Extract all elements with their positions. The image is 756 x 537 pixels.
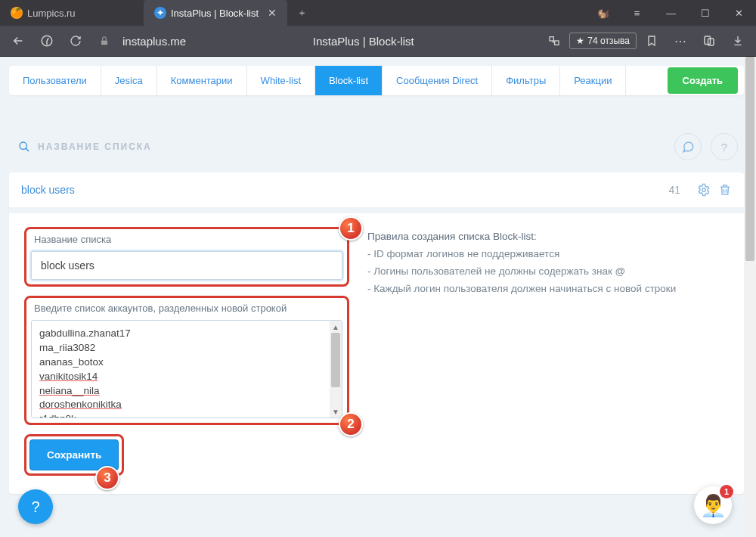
- page-content: Пользователи Jesica Комментарии White-li…: [0, 57, 756, 537]
- section-tabs: Пользователи Jesica Комментарии White-li…: [9, 66, 744, 95]
- tab-bar: 🍊 Lumpics.ru ✦ InstaPlus | Block-list ✕ …: [0, 0, 756, 26]
- tab-blocklist[interactable]: Block-list: [315, 66, 383, 95]
- download-icon[interactable]: [724, 27, 751, 54]
- gear-icon[interactable]: [697, 183, 711, 197]
- yandex-icon[interactable]: [33, 27, 60, 54]
- url-text[interactable]: instaplus.me: [122, 35, 186, 48]
- reviews-badge[interactable]: ★ 74 отзыва: [569, 33, 637, 49]
- menu-icon[interactable]: ≡: [620, 0, 654, 26]
- address-bar: instaplus.me InstaPlus | Block-list ★ 74…: [0, 26, 756, 56]
- browser-chrome: 🍊 Lumpics.ru ✦ InstaPlus | Block-list ✕ …: [0, 0, 756, 57]
- chat-fab[interactable]: 👨‍💼 1: [694, 486, 732, 524]
- block-list-card: block users 41 Название списка 1 Введите…: [9, 172, 744, 494]
- browser-tab-lumpics[interactable]: 🍊 Lumpics.ru: [0, 0, 144, 26]
- search-icon: [18, 141, 30, 153]
- help-button[interactable]: ?: [711, 133, 738, 160]
- more-icon[interactable]: ⋯: [667, 27, 694, 54]
- tab-reactions[interactable]: Реакции: [560, 66, 626, 95]
- marker-2: 2: [339, 412, 363, 436]
- list-name[interactable]: block users: [21, 184, 75, 196]
- browser-tab-instaplus[interactable]: ✦ InstaPlus | Block-list ✕: [144, 0, 287, 26]
- lock-icon[interactable]: [91, 27, 118, 54]
- search-row: НАЗВАНИЕ СПИСКА ?: [9, 133, 744, 160]
- marker-1: 1: [339, 216, 363, 241]
- rule-item: - Логины пользователей не должны содержа…: [367, 263, 729, 281]
- marker-3: 3: [95, 466, 119, 490]
- list-count: 41: [668, 184, 680, 196]
- new-tab-button[interactable]: ＋: [292, 3, 311, 23]
- favicon-icon: ✦: [154, 7, 166, 19]
- window-controls: 🐿️ ≡ — ☐ ✕: [586, 0, 756, 26]
- minimize-button[interactable]: —: [654, 0, 688, 26]
- rule-item: - Каждый логин пользователя должен начин…: [367, 281, 729, 298]
- name-block-highlight: Название списка: [24, 227, 349, 287]
- rules-panel: Правила создания списка Block-list: - ID…: [367, 227, 729, 476]
- list-name-input[interactable]: [31, 251, 342, 280]
- accounts-textarea[interactable]: gabdullina.zhanat17 ma_riia3082 ananas_b…: [32, 321, 330, 417]
- svg-rect-1: [101, 40, 107, 45]
- svg-point-6: [20, 142, 26, 149]
- rule-item: - ID формат логинов не поддерживается: [367, 246, 729, 263]
- maximize-button[interactable]: ☐: [688, 0, 722, 26]
- svg-rect-2: [550, 37, 553, 41]
- back-button[interactable]: [5, 27, 32, 54]
- accounts-label: Введите список аккаунтов, разделенных но…: [34, 303, 342, 314]
- close-tab-icon[interactable]: ✕: [268, 7, 277, 19]
- svg-point-7: [702, 188, 706, 192]
- tab-jesica[interactable]: Jesica: [101, 66, 157, 95]
- chat-badge: 1: [720, 485, 733, 498]
- tab-whitelist[interactable]: White-list: [247, 66, 315, 95]
- tab-comments[interactable]: Комментарии: [157, 66, 247, 95]
- create-button[interactable]: Создать: [668, 67, 738, 94]
- svg-rect-3: [555, 41, 559, 45]
- favicon-icon: 🍊: [11, 7, 23, 19]
- edit-form: Название списка 1 Введите список аккаунт…: [24, 227, 349, 476]
- name-label: Название списка: [34, 234, 342, 245]
- collections-icon[interactable]: [696, 27, 723, 54]
- feedback-button[interactable]: [674, 133, 702, 160]
- page-scrollbar[interactable]: [744, 57, 756, 537]
- accounts-block-highlight: Введите список аккаунтов, разделенных но…: [24, 296, 349, 425]
- rules-title: Правила создания списка Block-list:: [367, 228, 729, 246]
- reload-button[interactable]: [62, 27, 89, 54]
- help-fab[interactable]: ?: [18, 489, 53, 524]
- trash-icon[interactable]: [718, 183, 732, 197]
- tab-filters[interactable]: Фильтры: [492, 66, 560, 95]
- tab-title: InstaPlus | Block-list: [171, 8, 259, 19]
- page-title: InstaPlus | Block-list: [187, 35, 539, 48]
- bookmark-icon[interactable]: [638, 27, 665, 54]
- list-header: block users 41: [9, 172, 744, 213]
- translate-icon[interactable]: [541, 27, 568, 54]
- close-window-button[interactable]: ✕: [722, 0, 756, 26]
- tab-direct[interactable]: Сообщения Direct: [383, 66, 492, 95]
- textarea-scrollbar[interactable]: ▲▼: [330, 321, 342, 417]
- ext-icon[interactable]: 🐿️: [586, 0, 620, 26]
- tab-users[interactable]: Пользователи: [9, 66, 101, 95]
- tab-title: Lumpics.ru: [27, 8, 76, 19]
- search-placeholder[interactable]: НАЗВАНИЕ СПИСКА: [38, 141, 152, 152]
